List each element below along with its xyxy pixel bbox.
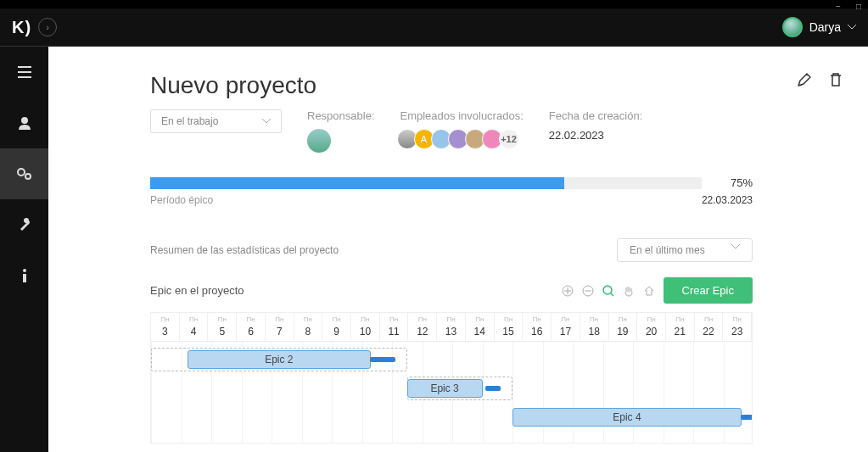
gantt-tick: Пн10: [351, 313, 380, 341]
gantt-bar[interactable]: Epic 4: [512, 408, 742, 427]
zoom-in-button[interactable]: [562, 285, 574, 297]
range-value: En el último mes: [630, 244, 705, 256]
gantt-tick: Пн22: [695, 313, 724, 341]
user-menu[interactable]: Darya: [782, 17, 856, 37]
employees-avatars: A +12: [400, 129, 524, 149]
create-epic-button[interactable]: Crear Epic: [664, 277, 753, 304]
gantt-tick: Пн15: [495, 313, 524, 341]
chevron-down-icon: [731, 244, 740, 249]
app-logo: K): [12, 18, 31, 37]
window-minimize[interactable]: −: [836, 2, 841, 11]
user-icon: [19, 116, 31, 130]
edit-button[interactable]: [797, 72, 812, 87]
pencil-icon: [797, 72, 812, 87]
sidebar-item-info[interactable]: [0, 250, 48, 301]
svg-point-0: [21, 117, 28, 124]
list-icon: [18, 66, 31, 78]
gantt-tick: Пн19: [609, 313, 638, 341]
gantt-tick: Пн11: [380, 313, 409, 341]
sidebar-item-settings[interactable]: [0, 148, 48, 199]
gantt-tick: Пн16: [523, 313, 552, 341]
progress-bar: [150, 177, 702, 189]
cogs-icon: [17, 168, 32, 180]
gantt-tick: Пн20: [637, 313, 666, 341]
main-content: Nuevo proyecto En el trabajo Responsable…: [48, 47, 868, 452]
sidebar-item-list[interactable]: [0, 47, 48, 98]
gantt-chart[interactable]: Пн3Пн4Пн5Пн6Пн7Пн8Пн9Пн10Пн11Пн12Пн13Пн1…: [150, 312, 753, 444]
gantt-tick: Пн8: [294, 313, 323, 341]
svg-point-3: [23, 269, 26, 272]
page-title: Nuevo proyecto: [150, 72, 316, 99]
range-select[interactable]: En el último mes: [617, 238, 753, 262]
zoom-out-button[interactable]: [582, 285, 594, 297]
created-label: Fecha de creación:: [549, 109, 643, 122]
svg-point-7: [603, 286, 612, 294]
sidebar-expand-button[interactable]: ›: [38, 18, 57, 36]
progress-percent: 75%: [702, 176, 753, 189]
gantt-tick: Пн3: [151, 313, 180, 341]
gantt-tick: Пн13: [437, 313, 466, 341]
status-value: En el trabajo: [161, 115, 218, 127]
home-icon: [643, 285, 655, 297]
status-select[interactable]: En el trabajo: [150, 109, 282, 133]
hand-icon: [623, 285, 635, 297]
magnifier-icon: [602, 285, 614, 297]
employees-label: Empleados involucrados:: [400, 109, 524, 122]
avatar-more[interactable]: +12: [499, 129, 519, 149]
chevron-down-icon: [262, 119, 271, 124]
gantt-tick: Пн17: [552, 313, 580, 341]
gantt-tick: Пн9: [322, 313, 351, 341]
svg-rect-4: [23, 274, 26, 282]
gantt-tick: Пн18: [580, 313, 609, 341]
minus-circle-icon: [582, 285, 594, 297]
svg-point-2: [25, 174, 31, 179]
gantt-tick: Пн6: [237, 313, 266, 341]
pan-button[interactable]: [623, 285, 635, 297]
gantt-tick: Пн21: [666, 313, 695, 341]
gantt-body: Epic 2Epic 3Epic 4: [151, 342, 752, 444]
responsible-avatar: [307, 129, 331, 153]
sidebar: [0, 47, 48, 452]
gantt-tick: Пн12: [408, 313, 437, 341]
gantt-bar[interactable]: Epic 2: [188, 350, 372, 369]
gantt-tick: Пн23: [723, 313, 752, 341]
svg-point-1: [18, 169, 25, 176]
avatar: [782, 17, 803, 37]
home-button[interactable]: [643, 285, 655, 297]
gantt-tick: Пн5: [208, 313, 237, 341]
epic-period-date: 22.03.2023: [702, 194, 753, 206]
user-name: Darya: [809, 20, 841, 34]
wrench-icon: [18, 218, 31, 232]
epic-section-label: Epic en el proyecto: [150, 284, 244, 297]
gantt-tick: Пн14: [466, 313, 495, 341]
gantt-bar[interactable]: Epic 3: [407, 379, 483, 398]
sidebar-item-users[interactable]: [0, 98, 48, 148]
window-maximize[interactable]: □: [856, 2, 861, 11]
trash-icon: [829, 72, 843, 87]
gantt-tick: Пн7: [266, 313, 294, 341]
delete-button[interactable]: [829, 72, 843, 87]
gantt-header: Пн3Пн4Пн5Пн6Пн7Пн8Пн9Пн10Пн11Пн12Пн13Пн1…: [151, 313, 752, 342]
zoom-fit-button[interactable]: [602, 285, 614, 297]
info-icon: [22, 269, 27, 282]
created-date: 22.02.2023: [549, 129, 643, 142]
stats-summary-label: Resumen de las estadísticas del proyecto: [150, 244, 339, 256]
epic-period-label: Período épico: [150, 194, 213, 206]
responsible-label: Responsable:: [307, 109, 375, 122]
plus-circle-icon: [562, 285, 574, 297]
sidebar-item-tools[interactable]: [0, 199, 48, 250]
gantt-tick: Пн4: [180, 313, 209, 341]
progress-fill: [150, 177, 564, 189]
topbar: K) › Darya: [0, 8, 868, 47]
window-titlebar: − □: [0, 0, 868, 8]
chevron-down-icon: [848, 25, 856, 30]
